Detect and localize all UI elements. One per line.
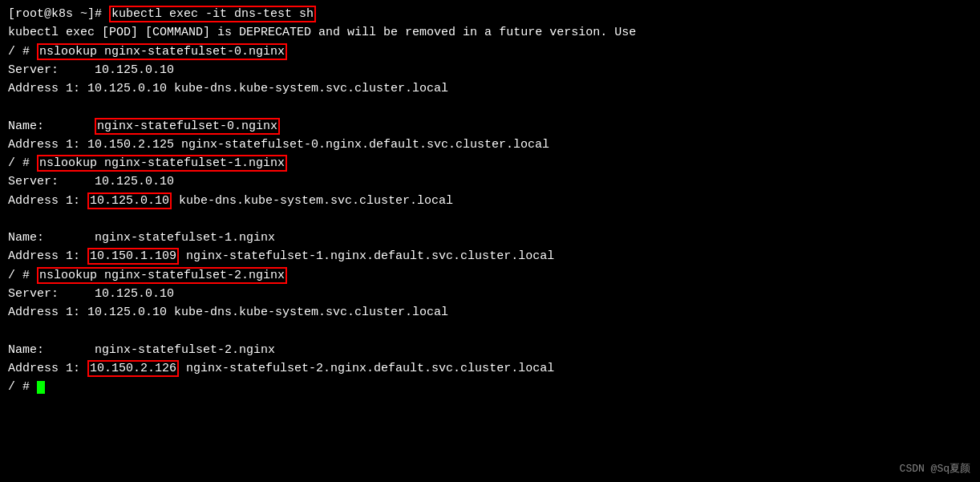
terminal-line-16: Server: 10.125.0.10: [8, 285, 972, 303]
terminal-line-8: Address 1: 10.150.2.125 nginx-statefulse…: [8, 136, 972, 154]
terminal-line-18: [8, 322, 972, 340]
highlight-nslookup-0: nslookup nginx-statefulset-0.nginx: [37, 43, 287, 60]
terminal-line-10: Server: 10.125.0.10: [8, 172, 972, 191]
terminal-window: [root@k8s ~]# kubectl exec -it dns-test …: [0, 0, 980, 482]
terminal-line-19: Name: nginx-statefulset-2.nginx: [8, 341, 972, 359]
terminal-line-17: Address 1: 10.125.0.10 kube-dns.kube-sys…: [8, 303, 972, 322]
terminal-line-11: Address 1: 10.125.0.10 kube-dns.kube-sys…: [8, 192, 972, 210]
terminal-line-14: Address 1: 10.150.1.109 nginx-statefulse…: [8, 247, 972, 265]
highlight-addr-109: 10.150.1.109: [87, 248, 179, 265]
highlight-nslookup-2: nslookup nginx-statefulset-2.nginx: [37, 267, 287, 284]
branding-label: CSDN @Sq夏颜: [900, 461, 970, 476]
terminal-line-13: Name: nginx-statefulset-1.nginx: [8, 229, 972, 247]
terminal-line-7: Name: nginx-statefulset-0.nginx: [8, 117, 972, 136]
highlight-nslookup-1: nslookup nginx-statefulset-1.nginx: [37, 155, 287, 172]
highlight-addr-1: 10.125.0.10: [87, 192, 172, 209]
terminal-line-5: Address 1: 10.125.0.10 kube-dns.kube-sys…: [8, 79, 972, 98]
terminal-line-3: / # nslookup nginx-statefulset-0.nginx: [8, 43, 972, 61]
terminal-cursor: [37, 381, 45, 394]
highlight-addr-126: 10.150.2.126: [87, 360, 179, 377]
highlight-kubectl-exec: kubectl exec -it dns-test sh: [109, 6, 316, 22]
terminal-line-4: Server: 10.125.0.10: [8, 61, 972, 79]
terminal-line-12: [8, 210, 972, 229]
terminal-line-21: / #: [8, 378, 972, 396]
terminal-line-9: / # nslookup nginx-statefulset-1.nginx: [8, 154, 972, 172]
terminal-line-1: [root@k8s ~]# kubectl exec -it dns-test …: [8, 5, 972, 23]
terminal-line-2: kubectl exec [POD] [COMMAND] is DEPRECAT…: [8, 23, 972, 42]
highlight-name-0: nginx-statefulset-0.nginx: [95, 118, 280, 135]
terminal-line-15: / # nslookup nginx-statefulset-2.nginx: [8, 266, 972, 285]
and-word: and: [318, 26, 340, 39]
terminal-line-20: Address 1: 10.150.2.126 nginx-statefulse…: [8, 359, 972, 378]
terminal-line-6: [8, 98, 972, 116]
